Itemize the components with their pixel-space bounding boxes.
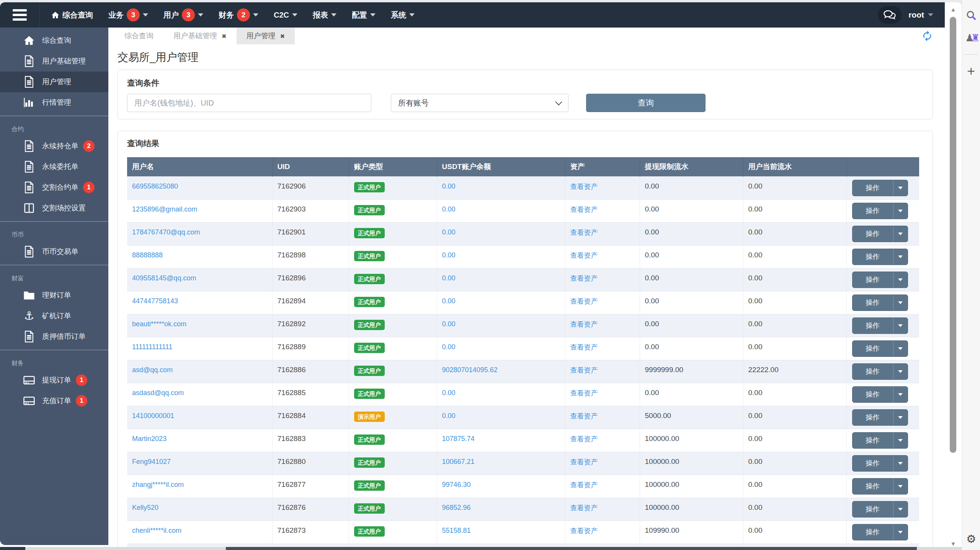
action-dropdown-toggle[interactable]: [893, 387, 908, 402]
nav-menu-财务[interactable]: 财务 2: [219, 8, 258, 21]
nav-menu-报表[interactable]: 报表: [313, 10, 336, 20]
sidebar-item-质押借币订单[interactable]: 质押借币订单: [0, 326, 108, 347]
sidebar-item-提现订单[interactable]: 提现订单 1: [0, 370, 108, 391]
sidebar-item-充值订单[interactable]: 充值订单 1: [0, 391, 108, 411]
sidebar-toggle-button[interactable]: [0, 2, 40, 28]
username-link[interactable]: Martin2023: [132, 435, 167, 443]
username-link[interactable]: zhangj*****il.com: [132, 481, 184, 488]
view-assets-link[interactable]: 查看资产: [570, 206, 598, 213]
view-assets-link[interactable]: 查看资产: [570, 435, 598, 443]
action-button[interactable]: 操作: [853, 387, 893, 402]
action-dropdown-toggle[interactable]: [893, 478, 908, 494]
view-assets-link[interactable]: 查看资产: [570, 527, 598, 535]
action-button[interactable]: 操作: [853, 433, 893, 448]
view-assets-link[interactable]: 查看资产: [570, 252, 598, 259]
view-assets-link[interactable]: 查看资产: [570, 412, 598, 420]
username-link[interactable]: 1784767470@qq.com: [132, 228, 200, 236]
action-dropdown-toggle[interactable]: [893, 410, 908, 425]
action-button[interactable]: 操作: [853, 272, 893, 288]
username-link[interactable]: 409558145@qq.com: [132, 274, 196, 282]
username-link[interactable]: 1235896@gmail.com: [132, 205, 197, 213]
action-dropdown-toggle[interactable]: [893, 226, 908, 242]
user-menu[interactable]: root: [908, 10, 933, 20]
sidebar-item-交割场控设置[interactable]: 交割场控设置: [0, 198, 108, 218]
action-button[interactable]: 操作: [853, 501, 893, 517]
sidebar-item-币币交易单[interactable]: 币币交易单: [0, 241, 108, 262]
username-link[interactable]: asdasd@qq.com: [132, 389, 184, 397]
action-button[interactable]: 操作: [853, 295, 893, 311]
username-link[interactable]: Feng941027: [132, 458, 171, 465]
action-dropdown-toggle[interactable]: [893, 272, 908, 288]
add-icon[interactable]: ＋: [965, 64, 978, 77]
action-button[interactable]: 操作: [853, 180, 893, 196]
view-assets-link[interactable]: 查看资产: [570, 183, 598, 190]
scrollbar-thumb[interactable]: [950, 17, 956, 453]
refresh-icon[interactable]: [921, 30, 933, 42]
usdt-balance-link[interactable]: 99746.30: [442, 481, 471, 488]
view-assets-link[interactable]: 查看资产: [570, 275, 598, 282]
usdt-balance-link[interactable]: 0.00: [442, 297, 456, 305]
action-dropdown-toggle[interactable]: [893, 203, 908, 219]
view-assets-link[interactable]: 查看资产: [570, 343, 598, 351]
view-assets-link[interactable]: 查看资产: [570, 229, 598, 236]
sidebar-item-用户管理[interactable]: 用户管理: [0, 72, 108, 92]
scroll-down-arrow-icon[interactable]: ▼: [945, 540, 962, 547]
usdt-balance-link[interactable]: 55158.81: [442, 527, 471, 534]
usdt-balance-link[interactable]: 0.00: [442, 343, 456, 351]
usdt-balance-link[interactable]: 0.00: [442, 228, 456, 236]
action-button[interactable]: 操作: [853, 524, 893, 540]
sidebar-item-永续持仓单[interactable]: 永续持仓单 2: [0, 136, 108, 156]
action-dropdown-toggle[interactable]: [893, 249, 908, 265]
action-dropdown-toggle[interactable]: [893, 501, 908, 517]
username-link[interactable]: 447447758143: [132, 297, 178, 305]
view-assets-link[interactable]: 查看资产: [570, 321, 598, 328]
usdt-balance-link[interactable]: 96852.96: [442, 504, 471, 511]
tab-用户管理[interactable]: 用户管理 ✖: [237, 28, 295, 44]
action-button[interactable]: 操作: [853, 364, 893, 379]
sidebar-item-交割合约单[interactable]: 交割合约单 1: [0, 177, 108, 198]
username-link[interactable]: 88888888: [132, 251, 163, 259]
action-dropdown-toggle[interactable]: [893, 524, 908, 540]
action-dropdown-toggle[interactable]: [893, 318, 908, 334]
usdt-balance-link[interactable]: 0.00: [442, 389, 456, 397]
username-link[interactable]: 111111111111: [132, 343, 172, 351]
usdt-balance-link[interactable]: 0.00: [442, 412, 456, 420]
action-button[interactable]: 操作: [853, 226, 893, 242]
usdt-balance-link[interactable]: 0.00: [442, 274, 456, 282]
sidebar-item-矿机订单[interactable]: ⚓ 矿机订单: [0, 306, 108, 326]
sidebar-item-永续委托单[interactable]: 永续委托单: [0, 156, 108, 177]
view-assets-link[interactable]: 查看资产: [570, 366, 598, 374]
usdt-balance-link[interactable]: 0.00: [442, 251, 456, 259]
view-assets-link[interactable]: 查看资产: [570, 298, 598, 305]
chess-extension-icon[interactable]: ♟♜: [965, 31, 978, 44]
account-type-select[interactable]: 所有账号: [391, 94, 568, 112]
action-dropdown-toggle[interactable]: [893, 341, 908, 356]
usdt-balance-link[interactable]: 0.00: [442, 205, 456, 213]
nav-menu-C2C[interactable]: C2C: [274, 11, 297, 20]
nav-menu-系统[interactable]: 系统: [391, 10, 415, 20]
username-link[interactable]: 14100000001: [132, 412, 174, 420]
action-button[interactable]: 操作: [853, 249, 893, 265]
sidebar-item-综合查询[interactable]: 综合查询: [0, 30, 108, 51]
search-button[interactable]: 查询: [586, 94, 706, 112]
tab-用户基础管理[interactable]: 用户基础管理 ✖: [163, 28, 237, 44]
action-dropdown-toggle[interactable]: [893, 456, 908, 471]
action-button[interactable]: 操作: [853, 318, 893, 334]
action-button[interactable]: 操作: [853, 478, 893, 494]
username-link[interactable]: 669558625080: [132, 182, 178, 190]
action-dropdown-toggle[interactable]: [893, 180, 908, 196]
tab-综合查询[interactable]: 综合查询: [114, 28, 163, 44]
search-input[interactable]: [127, 94, 371, 112]
action-button[interactable]: 操作: [853, 203, 893, 219]
action-button[interactable]: 操作: [853, 341, 893, 356]
search-icon[interactable]: [965, 9, 978, 22]
close-icon[interactable]: ✖: [222, 33, 227, 39]
usdt-balance-link[interactable]: 100667.21: [442, 458, 475, 465]
nav-menu-业务[interactable]: 业务 3: [108, 8, 148, 21]
chat-button[interactable]: [878, 6, 902, 24]
sidebar-item-理财订单[interactable]: 理财订单: [0, 285, 108, 306]
close-icon[interactable]: ✖: [280, 33, 285, 39]
nav-menu-用户[interactable]: 用户 3: [163, 8, 203, 21]
scroll-up-arrow-icon[interactable]: ▲: [945, 6, 962, 13]
view-assets-link[interactable]: 查看资产: [570, 389, 598, 397]
